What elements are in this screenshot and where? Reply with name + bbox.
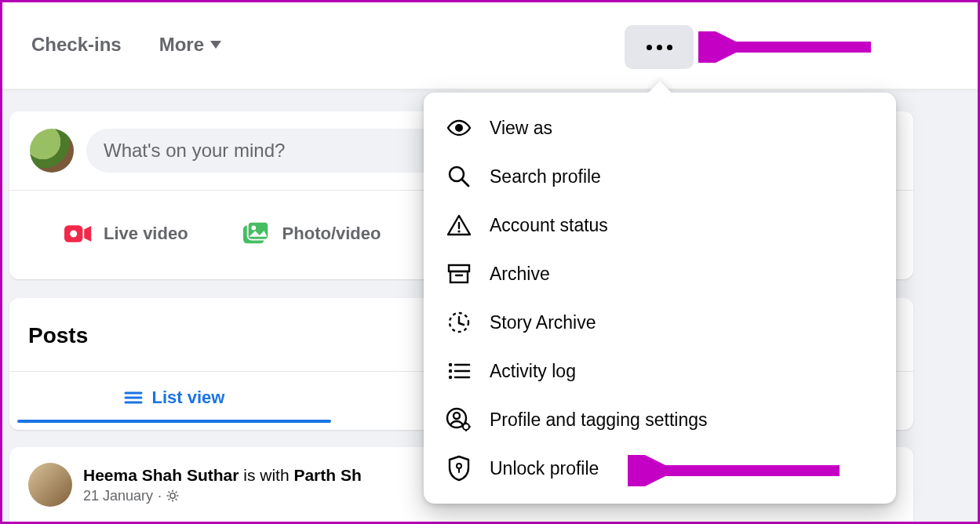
menu-item-label: Story Archive — [490, 312, 596, 333]
shield-lock-icon — [446, 455, 472, 482]
more-options-menu: View as Search profile Account status Ar… — [424, 93, 896, 504]
menu-item-label: View as — [490, 118, 552, 139]
warning-icon — [446, 212, 472, 238]
search-icon — [446, 163, 472, 190]
menu-item-label: Profile and tagging settings — [490, 409, 707, 431]
clock-dashed-icon — [446, 309, 472, 336]
menu-item-profile-tagging[interactable]: Profile and tagging settings — [432, 395, 888, 444]
annotation-arrow-bottom — [628, 455, 847, 486]
svg-rect-28 — [450, 271, 468, 282]
annotation-arrow-top — [698, 31, 879, 63]
menu-item-account-status[interactable]: Account status — [432, 201, 888, 249]
menu-item-view-as[interactable]: View as — [432, 104, 888, 152]
menu-item-label: Activity log — [490, 361, 576, 382]
svg-point-33 — [449, 363, 452, 366]
menu-item-label: Account status — [490, 215, 608, 236]
menu-item-label: Search profile — [490, 166, 601, 187]
svg-line-24 — [462, 180, 468, 186]
menu-item-label: Unlock profile — [490, 458, 599, 479]
avatar-gear-icon — [446, 406, 472, 433]
svg-point-34 — [449, 369, 452, 373]
svg-rect-27 — [449, 265, 469, 271]
svg-line-32 — [459, 323, 464, 325]
svg-point-41 — [463, 424, 469, 430]
menu-item-activity-log[interactable]: Activity log — [432, 347, 888, 395]
menu-item-story-archive[interactable]: Story Archive — [432, 298, 888, 347]
svg-point-35 — [449, 376, 452, 379]
eye-icon — [446, 115, 472, 141]
list-icon — [446, 358, 472, 384]
menu-item-label: Archive — [490, 264, 550, 285]
menu-item-search-profile[interactable]: Search profile — [432, 152, 888, 201]
svg-point-26 — [457, 230, 460, 232]
archive-icon — [446, 260, 472, 287]
svg-point-40 — [454, 413, 460, 419]
menu-item-archive[interactable]: Archive — [432, 249, 888, 298]
svg-point-22 — [455, 124, 463, 132]
